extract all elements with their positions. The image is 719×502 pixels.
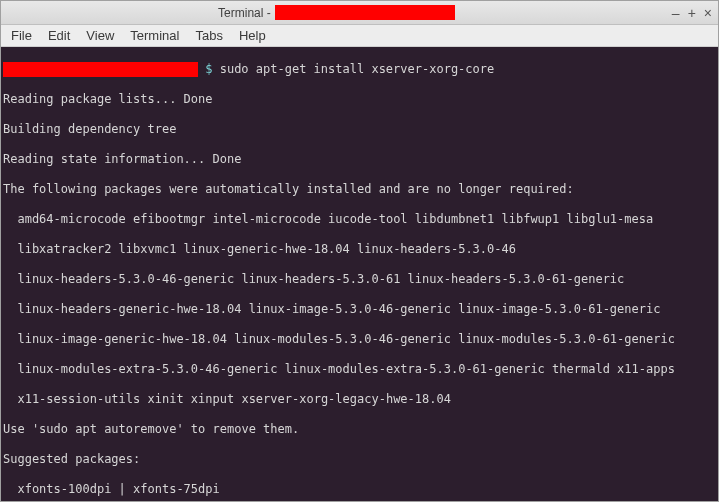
titlebar[interactable]: Terminal - – + ×	[1, 1, 718, 25]
output-line: linux-headers-5.3.0-46-generic linux-hea…	[3, 272, 716, 287]
output-line: amd64-microcode efibootmgr intel-microco…	[3, 212, 716, 227]
output-line: linux-modules-extra-5.3.0-46-generic lin…	[3, 362, 716, 377]
menu-view[interactable]: View	[86, 28, 114, 43]
output-line: libxatracker2 libxvmc1 linux-generic-hwe…	[3, 242, 716, 257]
menu-help[interactable]: Help	[239, 28, 266, 43]
prompt-line: $ sudo apt-get install xserver-xorg-core	[3, 62, 716, 77]
output-line: x11-session-utils xinit xinput xserver-x…	[3, 392, 716, 407]
output-line: linux-headers-generic-hwe-18.04 linux-im…	[3, 302, 716, 317]
output-line: Reading state information... Done	[3, 152, 716, 167]
window-controls: – + ×	[666, 5, 712, 21]
maximize-button[interactable]: +	[688, 5, 696, 21]
menu-edit[interactable]: Edit	[48, 28, 70, 43]
menu-file[interactable]: File	[11, 28, 32, 43]
minimize-button[interactable]: –	[672, 5, 680, 21]
command-text: sudo apt-get install xserver-xorg-core	[220, 62, 495, 77]
output-line: Use 'sudo apt autoremove' to remove them…	[3, 422, 716, 437]
window-title: Terminal -	[7, 5, 666, 20]
close-button[interactable]: ×	[704, 5, 712, 21]
terminal-body[interactable]: $ sudo apt-get install xserver-xorg-core…	[1, 47, 718, 501]
output-line: Building dependency tree	[3, 122, 716, 137]
title-redacted	[275, 5, 455, 20]
menu-tabs[interactable]: Tabs	[195, 28, 222, 43]
output-line: Suggested packages:	[3, 452, 716, 467]
output-line: xfonts-100dpi | xfonts-75dpi	[3, 482, 716, 497]
prompt-symbol: $	[198, 62, 220, 77]
output-line: The following packages were automaticall…	[3, 182, 716, 197]
title-prefix: Terminal -	[218, 6, 271, 20]
terminal-window: Terminal - – + × File Edit View Terminal…	[0, 0, 719, 502]
menu-terminal[interactable]: Terminal	[130, 28, 179, 43]
output-line: Reading package lists... Done	[3, 92, 716, 107]
menubar: File Edit View Terminal Tabs Help	[1, 25, 718, 47]
prompt-redacted	[3, 62, 198, 77]
output-line: linux-image-generic-hwe-18.04 linux-modu…	[3, 332, 716, 347]
